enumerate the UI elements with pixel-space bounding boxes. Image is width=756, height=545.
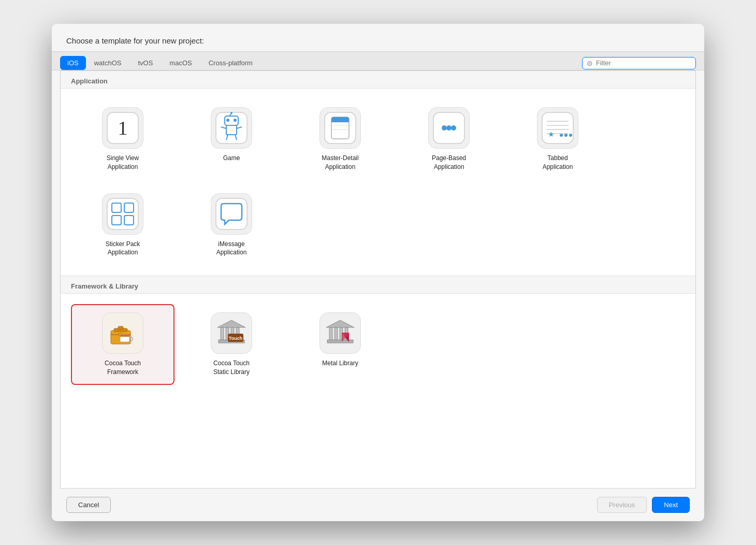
template-game[interactable]: Game bbox=[180, 99, 283, 180]
cocoa-touch-static-icon: Touch bbox=[211, 312, 252, 354]
template-cocoa-touch-framework[interactable]: Cocoa TouchFramework bbox=[71, 304, 175, 385]
game-icon bbox=[211, 107, 252, 149]
metal-library-label: Metal Library bbox=[322, 359, 358, 368]
cocoa-touch-static-label: Cocoa TouchStatic Library bbox=[213, 359, 250, 377]
template-master-detail[interactable]: Master-DetailApplication bbox=[288, 99, 392, 180]
dialog-header: Choose a template for your new project: bbox=[52, 24, 704, 51]
svg-rect-2 bbox=[216, 112, 247, 144]
template-page-based[interactable]: Page-BasedApplication bbox=[397, 99, 501, 180]
template-metal-library[interactable]: Metal Library bbox=[288, 304, 392, 385]
imessage-icon bbox=[211, 193, 252, 235]
section-header-framework: Framework & Library bbox=[61, 276, 695, 294]
svg-rect-16 bbox=[331, 121, 349, 122]
cocoa-touch-framework-icon bbox=[102, 312, 143, 354]
page-based-icon bbox=[428, 107, 470, 149]
single-view-label: Single ViewApplication bbox=[107, 154, 139, 171]
dialog-footer: Cancel Previous Next bbox=[52, 489, 704, 521]
imessage-label: iMessageApplication bbox=[216, 240, 247, 257]
svg-point-12 bbox=[230, 112, 232, 114]
svg-text:★: ★ bbox=[548, 130, 555, 138]
svg-point-20 bbox=[442, 125, 447, 131]
svg-rect-55 bbox=[335, 327, 338, 340]
tab-macos[interactable]: macOS bbox=[161, 56, 200, 70]
svg-text:Touch: Touch bbox=[229, 336, 242, 341]
dialog-title: Choose a template for your new project: bbox=[66, 36, 204, 45]
single-view-icon: 1 bbox=[102, 107, 143, 149]
svg-point-31 bbox=[569, 134, 572, 137]
application-grid: 1 Single ViewApplication bbox=[61, 89, 695, 276]
section-header-application: Application bbox=[61, 71, 695, 89]
previous-button[interactable]: Previous bbox=[597, 497, 647, 513]
game-label: Game bbox=[223, 154, 240, 163]
master-detail-label: Master-DetailApplication bbox=[322, 154, 358, 171]
tabbed-icon: ★ bbox=[537, 107, 578, 149]
svg-rect-53 bbox=[327, 340, 353, 343]
sticker-pack-icon bbox=[102, 193, 143, 235]
framework-grid: Cocoa TouchFramework Touch bbox=[61, 294, 695, 395]
filter-input[interactable] bbox=[596, 59, 691, 67]
svg-point-30 bbox=[564, 134, 568, 137]
tab-cross-platform[interactable]: Cross-platform bbox=[200, 56, 261, 70]
template-imessage[interactable]: iMessageApplication bbox=[180, 185, 283, 266]
cancel-button[interactable]: Cancel bbox=[66, 497, 111, 513]
svg-point-5 bbox=[234, 119, 237, 122]
template-cocoa-touch-static[interactable]: Touch Cocoa TouchStatic Library bbox=[180, 304, 283, 385]
template-content-area: Application 1 Single ViewApplication bbox=[60, 70, 696, 489]
svg-point-4 bbox=[226, 119, 229, 122]
svg-point-21 bbox=[446, 125, 452, 131]
page-based-label: Page-BasedApplication bbox=[432, 154, 466, 171]
tabs-bar: iOS watchOS tvOS macOS Cross-platform ⊜ bbox=[52, 51, 704, 70]
svg-marker-58 bbox=[326, 320, 354, 327]
tab-ios[interactable]: iOS bbox=[60, 56, 86, 70]
tab-list: iOS watchOS tvOS macOS Cross-platform bbox=[60, 56, 261, 70]
next-button[interactable]: Next bbox=[652, 497, 690, 513]
sticker-pack-label: Sticker PackApplication bbox=[106, 240, 140, 257]
tab-watchos[interactable]: watchOS bbox=[86, 56, 130, 70]
template-tabbed[interactable]: ★ TabbedApplication bbox=[506, 99, 609, 180]
svg-rect-44 bbox=[120, 335, 129, 337]
svg-point-29 bbox=[560, 134, 563, 137]
svg-text:1: 1 bbox=[118, 117, 128, 139]
footer-right: Previous Next bbox=[597, 497, 690, 513]
svg-rect-23 bbox=[542, 112, 573, 144]
filter-input-wrap[interactable]: ⊜ bbox=[582, 57, 696, 69]
svg-point-22 bbox=[451, 125, 456, 131]
metal-library-icon bbox=[319, 312, 361, 354]
template-sticker-pack[interactable]: Sticker PackApplication bbox=[71, 185, 175, 266]
master-detail-icon bbox=[319, 107, 361, 149]
svg-marker-50 bbox=[217, 320, 245, 327]
svg-rect-46 bbox=[221, 327, 224, 340]
cocoa-touch-framework-label: Cocoa TouchFramework bbox=[105, 359, 141, 377]
svg-rect-40 bbox=[118, 326, 123, 329]
svg-rect-54 bbox=[329, 327, 332, 340]
template-single-view[interactable]: 1 Single ViewApplication bbox=[71, 99, 175, 180]
tabbed-label: TabbedApplication bbox=[543, 154, 573, 171]
new-project-dialog: Choose a template for your new project: … bbox=[52, 24, 704, 521]
tab-tvos[interactable]: tvOS bbox=[129, 56, 161, 70]
filter-icon: ⊜ bbox=[587, 59, 593, 67]
